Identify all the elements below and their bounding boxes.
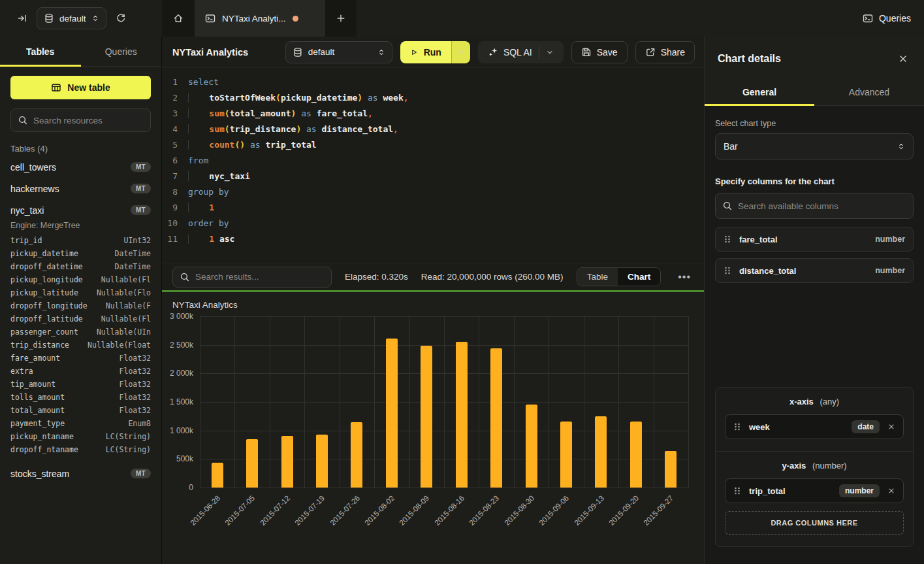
close-icon (887, 423, 895, 431)
available-column-name: distance_total (739, 266, 868, 276)
line-number: 2 (162, 90, 188, 106)
column-name: pickup_longitude (10, 273, 83, 286)
table-row-stocks-stream[interactable]: stocks_stream MT (0, 463, 161, 484)
tables-section-label: Tables (4) (10, 144, 151, 154)
x-axis-tick-label: 2015-07-12 (259, 494, 291, 527)
x-axis-tick-label: 2015-08-02 (363, 494, 396, 527)
terminal-icon (205, 13, 215, 24)
chevron-updown-icon (91, 14, 99, 22)
sidebar-tab-tables[interactable]: Tables (0, 37, 81, 66)
y-axis-column-type: number (839, 484, 880, 497)
view-toggle-chart[interactable]: Chart (618, 268, 660, 286)
topbar-database-select[interactable]: default (37, 7, 106, 29)
share-button[interactable]: Share (635, 41, 695, 63)
chart-bar (665, 451, 677, 488)
y-axis-tick-label: 2 000k (170, 369, 193, 378)
column-name: trip_id (10, 234, 42, 247)
chart-bar (490, 348, 502, 488)
drag-handle-icon (732, 486, 742, 496)
new-tab-button[interactable] (325, 0, 357, 37)
sidebar-search-input[interactable] (33, 116, 144, 125)
tab-nytaxi-analytics[interactable]: NYTaxi Analyti... (195, 0, 325, 37)
table-row-nyc-taxi[interactable]: nyc_taxi MT (0, 199, 161, 221)
drag-handle-icon (732, 422, 742, 432)
run-options-button[interactable] (451, 41, 470, 63)
more-options-button[interactable]: ••• (674, 270, 695, 284)
table-row-cell-towers[interactable]: cell_towers MT (0, 156, 161, 178)
x-axis-tick-label: 2015-08-09 (398, 494, 431, 527)
query-database-select[interactable]: default (285, 41, 392, 63)
column-name: pickup_ntaname (10, 430, 74, 443)
queries-button[interactable]: Queries (863, 13, 911, 24)
sparkle-icon (488, 47, 498, 58)
sql-editor[interactable]: 1select2 toStartOfWeek(pickup_datetime) … (162, 68, 704, 263)
run-button-label: Run (424, 47, 441, 58)
engine-badge: MT (131, 205, 151, 215)
column-type: LC(String) (106, 430, 151, 443)
columns-search-input[interactable] (738, 201, 906, 211)
column-name: tolls_amount (10, 391, 65, 404)
query-database-value: default (308, 47, 335, 57)
available-column-distance_total[interactable]: distance_totalnumber (715, 258, 914, 283)
sql-ai-button[interactable]: SQL AI (478, 41, 564, 63)
y-axis-section: y-axis (number) trip_total number DRAG C… (716, 451, 913, 546)
results-search-input[interactable] (195, 272, 325, 282)
y-axis-tick-label: 2 500k (170, 340, 193, 350)
sidebar-tab-queries[interactable]: Queries (81, 37, 162, 66)
view-toggle: Table Chart (577, 267, 661, 286)
panel-tab-general[interactable]: General (705, 78, 814, 105)
code-line: 9 1 (162, 200, 704, 216)
home-tab-button[interactable] (162, 0, 195, 37)
column-row: pickup_datetimeDateTime (10, 247, 151, 260)
chart-type-select[interactable]: Bar (715, 133, 914, 159)
close-panel-button[interactable] (895, 51, 911, 67)
button-divider (539, 46, 539, 59)
chart-type-value: Bar (724, 141, 738, 152)
chevron-down-icon (546, 48, 554, 56)
new-table-button[interactable]: New table (10, 76, 151, 99)
query-title: NYTaxi Analytics (172, 47, 248, 58)
view-toggle-table[interactable]: Table (577, 268, 618, 286)
topbar-database-value: default (59, 14, 86, 24)
y-axis-tick-label: 1 500k (170, 397, 193, 406)
collapse-sidebar-button[interactable] (14, 10, 30, 26)
y-axis-column-trip-total[interactable]: trip_total number (725, 478, 904, 503)
queries-button-label: Queries (879, 13, 911, 24)
available-column-fare_total[interactable]: fare_totalnumber (715, 227, 914, 252)
drag-columns-dropzone[interactable]: DRAG COLUMNS HERE (725, 511, 904, 535)
table-row-hackernews[interactable]: hackernews MT (0, 178, 161, 199)
column-name: total_amount (10, 404, 65, 417)
run-button[interactable]: Run (400, 41, 451, 63)
remove-y-axis-column-button[interactable] (886, 486, 897, 496)
close-icon (898, 54, 908, 64)
tab-title: NYTaxi Analyti... (222, 14, 286, 24)
query-header: NYTaxi Analytics default Run (162, 37, 704, 68)
x-axis-column-name: week (749, 422, 845, 432)
remove-x-axis-column-button[interactable] (886, 422, 897, 432)
line-number: 4 (162, 122, 188, 137)
save-button[interactable]: Save (571, 41, 628, 63)
sql-ai-label: SQL AI (503, 47, 532, 58)
line-number: 5 (162, 137, 188, 153)
query-actions: default Run SQL AI (285, 41, 695, 63)
column-type: UInt32 (123, 234, 151, 247)
x-axis-column-week[interactable]: week date (725, 414, 904, 439)
code-line: 4 sum(trip_distance) as distance_total, (162, 122, 704, 137)
chart-bar (386, 339, 398, 488)
columns-section-label: Specify columns for the chart (715, 176, 914, 186)
x-axis-tick-label: 2015-09-20 (607, 494, 640, 527)
refresh-button[interactable] (113, 10, 129, 26)
panel-tab-advanced[interactable]: Advanced (814, 78, 924, 105)
panel-body: Select chart type Bar Specify columns fo… (705, 106, 924, 564)
y-axis-column-name: trip_total (749, 486, 833, 496)
column-row: payment_typeEnum8 (10, 417, 151, 430)
topbar-right: Queries (863, 13, 924, 24)
chart-bar (560, 422, 572, 488)
tables-list: cell_towers MT hackernews MT nyc_taxi MT… (0, 156, 161, 564)
x-axis-header: x-axis (any) (725, 397, 904, 406)
table-name: cell_towers (10, 162, 56, 173)
column-type: Float32 (119, 391, 151, 404)
x-axis-label: x-axis (789, 397, 814, 406)
column-type: Nullable(Fl (101, 273, 151, 286)
top-bar: default NYTaxi Analyti... Queri (0, 0, 924, 37)
